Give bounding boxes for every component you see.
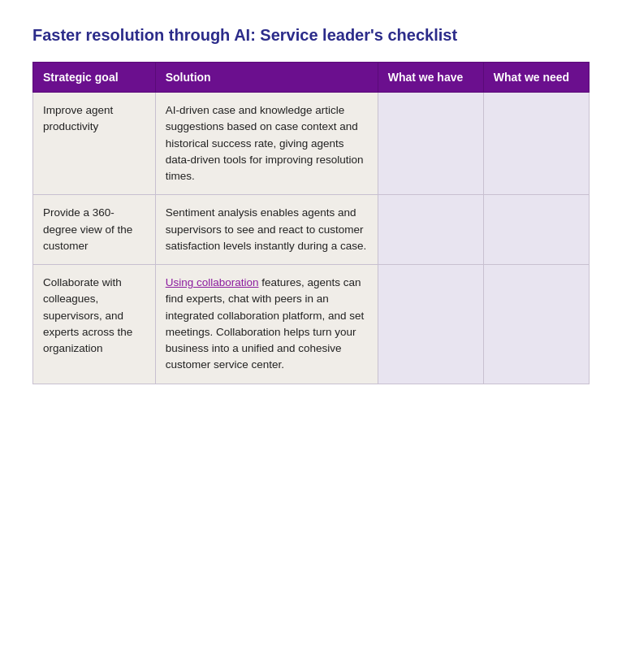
cell-what-we-have [378, 195, 483, 265]
cell-strategic-goal: Improve agent productivity [33, 93, 156, 195]
cell-solution: Using collaboration features, agents can… [155, 265, 378, 384]
header-what-we-have: What we have [378, 63, 483, 93]
cell-solution: AI-driven case and knowledge article sug… [155, 93, 378, 195]
cell-what-we-have [378, 93, 483, 195]
header-solution: Solution [155, 63, 378, 93]
checklist-table: Strategic goal Solution What we have Wha… [32, 62, 590, 384]
cell-solution: Sentiment analysis enables agents and su… [155, 195, 378, 265]
table-row: Collaborate with colleagues, supervisors… [33, 265, 590, 384]
table-row: Provide a 360-degree view of the custome… [33, 195, 590, 265]
solution-text: Sentiment analysis enables agents and su… [166, 206, 367, 252]
cell-what-we-need [483, 195, 589, 265]
cell-what-we-need [483, 93, 589, 195]
cell-what-we-need [483, 265, 589, 384]
cell-what-we-have [378, 265, 483, 384]
table-row: Improve agent productivityAI-driven case… [33, 93, 590, 195]
solution-link[interactable]: Using collaboration [166, 276, 259, 288]
cell-strategic-goal: Collaborate with colleagues, supervisors… [33, 265, 156, 384]
solution-text: features, agents can find experts, chat … [166, 276, 365, 371]
header-strategic-goal: Strategic goal [33, 63, 156, 93]
page-title: Faster resolution through AI: Service le… [32, 24, 590, 46]
solution-text: AI-driven case and knowledge article sug… [166, 104, 364, 182]
cell-strategic-goal: Provide a 360-degree view of the custome… [33, 195, 156, 265]
header-what-we-need: What we need [483, 63, 589, 93]
